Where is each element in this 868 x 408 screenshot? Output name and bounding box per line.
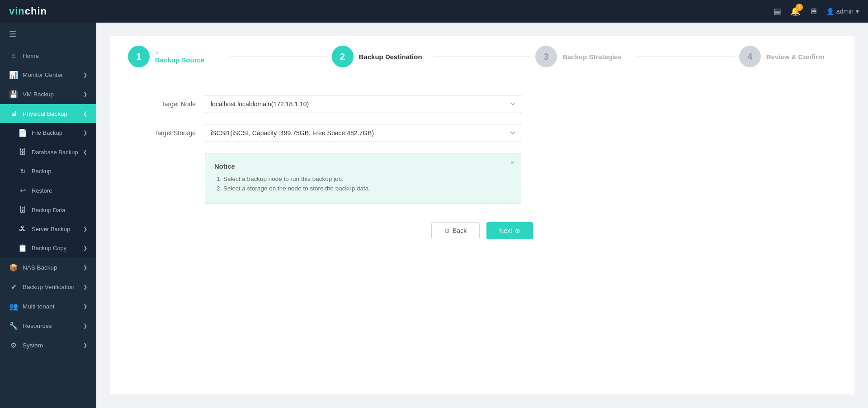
topbar-right: ▤ 🔔 1 🖥 👤 admin ▾ — [774, 6, 859, 16]
sidebar-label-file-backup: File Backup — [32, 129, 62, 136]
monitor-center-arrow: ❯ — [83, 72, 87, 78]
target-storage-select[interactable]: iSCSI1(iSCSI, Capacity :499.75GB, Free S… — [205, 124, 521, 142]
wizard-step-3: 3 Backup Strategies — [535, 46, 632, 67]
notification-badge: 1 — [796, 4, 803, 11]
step3-circle: 3 — [535, 46, 557, 67]
multi-tenant-icon: 👥 — [9, 302, 18, 311]
sidebar-item-vm-backup[interactable]: 💾 VM Backup ❯ — [0, 85, 96, 104]
topbar: vinchin ▤ 🔔 1 🖥 👤 admin ▾ — [0, 0, 868, 23]
sidebar-label-physical-backup: Physical Backup — [23, 110, 67, 117]
notice-close-button[interactable]: × — [510, 159, 514, 167]
back-button[interactable]: ⊙ Back — [431, 222, 480, 239]
backup-copy-icon: 📋 — [18, 244, 27, 252]
sidebar-label-server-backup: Server Backup — [32, 226, 70, 232]
sidebar-item-backup-data[interactable]: 🗄 Backup Data — [0, 200, 96, 219]
sidebar-label-resources: Resources — [23, 323, 52, 329]
step2-label: Backup Destination — [359, 53, 422, 61]
user-menu[interactable]: 👤 admin ▾ — [826, 8, 859, 15]
target-node-label: Target Node — [137, 100, 196, 108]
sidebar-toggle[interactable]: ☰ — [0, 23, 96, 46]
target-storage-label: Target Storage — [137, 129, 196, 137]
step4-number: 4 — [747, 52, 752, 62]
monitor-icon[interactable]: 🖥 — [809, 7, 817, 16]
sidebar-item-physical-backup[interactable]: 🖥 Physical Backup ❮ — [0, 104, 96, 123]
user-icon: 👤 — [826, 8, 834, 15]
sidebar-label-database-backup: Database Backup — [32, 149, 78, 156]
notice-list: 1. Select a backup node to run this back… — [214, 176, 503, 192]
restore-sub-icon: ↩ — [18, 186, 27, 195]
sidebar-item-file-backup[interactable]: 📄 File Backup ❯ — [0, 123, 96, 142]
physical-backup-arrow: ❮ — [83, 111, 87, 117]
database-backup-icon: 🗄 — [18, 148, 27, 156]
wizard-step-1: 1 ✓ Backup Source — [128, 46, 225, 67]
back-icon: ⊙ — [444, 227, 450, 234]
database-backup-submenu: ↻ Backup ↩ Restore 🗄 Backup Data — [0, 161, 96, 219]
wizard-wrapper: 1 ✓ Backup Source 2 Backup Destination — [110, 36, 854, 394]
system-arrow: ❯ — [83, 342, 87, 348]
sidebar-item-resources[interactable]: 🔧 Resources ❯ — [0, 316, 96, 336]
logo-vin: vin — [9, 5, 25, 17]
file-backup-icon: 📄 — [18, 128, 27, 137]
backup-verification-arrow: ❯ — [83, 284, 87, 290]
sidebar-item-backup-sub[interactable]: ↻ Backup — [0, 161, 96, 181]
step-divider-3 — [637, 57, 734, 57]
backup-sub-icon: ↻ — [18, 167, 27, 176]
sidebar-item-backup-verification[interactable]: ✔ Backup Verification ❯ — [0, 277, 96, 297]
step3-label: Backup Strategies — [562, 53, 622, 61]
step3-title: Backup Strategies — [562, 53, 622, 61]
server-backup-icon: 🖧 — [18, 225, 27, 233]
sidebar: ☰ ⌂ Home 📊 Monitor Center ❯ 💾 VM Backup … — [0, 23, 96, 408]
sidebar-item-restore-sub[interactable]: ↩ Restore — [0, 181, 96, 200]
notice-item-1: 1. Select a backup node to run this back… — [214, 176, 503, 182]
notifications-bell[interactable]: 🔔 1 — [790, 6, 800, 16]
step4-label: Review & Confirm — [766, 53, 824, 61]
step2-circle: 2 — [332, 46, 354, 67]
sidebar-label-monitor-center: Monitor Center — [23, 71, 63, 78]
backup-data-icon: 🗄 — [18, 206, 27, 214]
sidebar-label-backup-copy: Backup Copy — [32, 245, 66, 251]
form-area: Target Node localhost.localdomain(172.18… — [110, 77, 854, 394]
next-button[interactable]: Next ⊕ — [486, 222, 533, 239]
step4-circle: 4 — [739, 46, 761, 67]
messages-icon[interactable]: ▤ — [774, 6, 781, 16]
notice-box: Notice 1. Select a backup node to run th… — [205, 153, 521, 204]
vm-backup-arrow: ❯ — [83, 91, 87, 97]
target-node-select[interactable]: localhost.localdomain(172.18.1.10) — [205, 95, 521, 113]
notice-title: Notice — [214, 162, 503, 170]
resources-icon: 🔧 — [9, 322, 18, 330]
home-icon: ⌂ — [9, 52, 18, 60]
backup-copy-arrow: ❯ — [83, 245, 87, 251]
sidebar-label-system: System — [23, 342, 43, 349]
target-storage-row: Target Storage iSCSI1(iSCSI, Capacity :4… — [137, 124, 827, 142]
sidebar-item-backup-copy[interactable]: 📋 Backup Copy ❯ — [0, 238, 96, 258]
file-backup-arrow: ❯ — [83, 130, 87, 136]
sidebar-item-monitor-center[interactable]: 📊 Monitor Center ❯ — [0, 65, 96, 85]
vm-backup-icon: 💾 — [9, 90, 18, 99]
sidebar-item-home[interactable]: ⌂ Home — [0, 46, 96, 65]
sidebar-label-home: Home — [23, 52, 39, 59]
multi-tenant-arrow: ❯ — [83, 304, 87, 309]
sidebar-item-nas-backup[interactable]: 📦 NAS Backup ❯ — [0, 258, 96, 277]
notice-item-2: 2. Select a storage on the node to store… — [214, 185, 503, 192]
sidebar-item-database-backup[interactable]: 🗄 Database Backup ❮ — [0, 142, 96, 161]
physical-backup-icon: 🖥 — [9, 109, 18, 118]
sidebar-item-server-backup[interactable]: 🖧 Server Backup ❯ — [0, 219, 96, 238]
step2-number: 2 — [340, 52, 345, 62]
sidebar-item-system[interactable]: ⚙ System ❯ — [0, 336, 96, 355]
sidebar-label-backup-sub: Backup — [32, 168, 51, 175]
step1-label: ✓ Backup Source — [155, 50, 204, 64]
form-footer: ⊙ Back Next ⊕ — [137, 222, 827, 248]
target-node-row: Target Node localhost.localdomain(172.18… — [137, 95, 827, 113]
step-divider-1 — [230, 57, 327, 57]
nas-backup-icon: 📦 — [9, 263, 18, 272]
resources-arrow: ❯ — [83, 323, 87, 329]
sidebar-label-backup-data: Backup Data — [32, 207, 65, 213]
next-icon: ⊕ — [515, 227, 520, 234]
sidebar-label-restore-sub: Restore — [32, 187, 52, 194]
monitor-center-icon: 📊 — [9, 71, 18, 79]
logo-chin: chin — [25, 5, 47, 17]
sidebar-label-multi-tenant: Multi-tenant — [23, 303, 55, 310]
sidebar-item-multi-tenant[interactable]: 👥 Multi-tenant ❯ — [0, 297, 96, 316]
system-icon: ⚙ — [9, 341, 18, 350]
user-arrow-icon: ▾ — [856, 8, 859, 15]
